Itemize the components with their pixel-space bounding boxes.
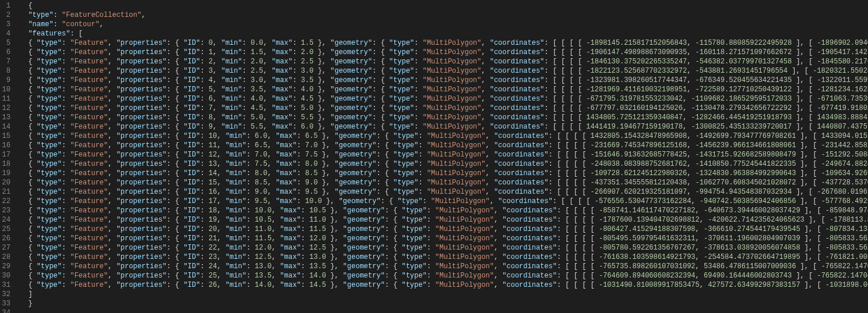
code-line[interactable]: { "type": "Feature", "properties": { "ID… (20, 57, 868, 66)
line-number: 29 (0, 262, 10, 271)
line-number: 5 (0, 38, 10, 48)
code-line[interactable]: "features": [ (20, 29, 868, 38)
code-line[interactable]: { "type": "Feature", "properties": { "ID… (20, 169, 868, 178)
code-line[interactable]: { "type": "Feature", "properties": { "ID… (20, 85, 868, 94)
code-line[interactable]: { "type": "Feature", "properties": { "ID… (20, 280, 868, 290)
code-area[interactable]: { "type": "FeatureCollection", "name": "… (16, 0, 868, 313)
line-number: 22 (0, 197, 10, 206)
code-line[interactable]: { "type": "Feature", "properties": { "ID… (20, 262, 868, 271)
line-number: 13 (0, 113, 10, 122)
code-line[interactable]: { "type": "Feature", "properties": { "ID… (20, 252, 868, 262)
code-line[interactable]: { "type": "Feature", "properties": { "ID… (20, 131, 868, 141)
line-number: 30 (0, 271, 10, 280)
code-line[interactable]: { "type": "Feature", "properties": { "ID… (20, 94, 868, 104)
code-line[interactable]: { "type": "Feature", "properties": { "ID… (20, 141, 868, 150)
code-line[interactable]: { "type": "Feature", "properties": { "ID… (20, 234, 868, 243)
code-line[interactable]: ] (20, 290, 868, 299)
line-number: 28 (0, 252, 10, 262)
code-line[interactable]: { "type": "Feature", "properties": { "ID… (20, 187, 868, 197)
line-number: 27 (0, 243, 10, 252)
code-line[interactable] (20, 308, 868, 313)
line-number: 18 (0, 159, 10, 169)
code-line[interactable]: } (20, 299, 868, 308)
line-number: 17 (0, 150, 10, 159)
code-line[interactable]: { "type": "Feature", "properties": { "ID… (20, 243, 868, 252)
code-line[interactable]: "type": "FeatureCollection", (20, 10, 868, 20)
code-line[interactable]: { "type": "Feature", "properties": { "ID… (20, 271, 868, 280)
code-line[interactable]: { "type": "Feature", "properties": { "ID… (20, 48, 868, 57)
code-line[interactable]: { "type": "Feature", "properties": { "ID… (20, 113, 868, 122)
line-number: 23 (0, 206, 10, 215)
line-number: 4 (0, 29, 10, 38)
code-line[interactable]: { "type": "Feature", "properties": { "ID… (20, 104, 868, 113)
code-line[interactable]: { "type": "Feature", "properties": { "ID… (20, 197, 868, 206)
code-line[interactable]: { "type": "Feature", "properties": { "ID… (20, 215, 868, 225)
line-number: 19 (0, 169, 10, 178)
line-number: 32 (0, 290, 10, 299)
code-line[interactable]: { "type": "Feature", "properties": { "ID… (20, 178, 868, 187)
line-number: 1 (0, 1, 10, 10)
line-number: 25 (0, 225, 10, 234)
code-line[interactable]: { "type": "Feature", "properties": { "ID… (20, 150, 868, 159)
line-number: 15 (0, 131, 10, 141)
line-number: 12 (0, 104, 10, 113)
code-editor[interactable]: 1234567891011121314151617181920212223242… (0, 0, 868, 313)
line-number: 21 (0, 187, 10, 197)
line-number: 24 (0, 215, 10, 225)
line-number: 2 (0, 10, 10, 20)
line-number: 3 (0, 20, 10, 29)
code-line[interactable]: { (20, 1, 868, 10)
gutter: 1234567891011121314151617181920212223242… (0, 0, 16, 313)
code-line[interactable]: { "type": "Feature", "properties": { "ID… (20, 225, 868, 234)
line-number: 11 (0, 94, 10, 104)
code-line[interactable]: { "type": "Feature", "properties": { "ID… (20, 66, 868, 76)
line-number: 34 (0, 308, 10, 313)
line-number: 26 (0, 234, 10, 243)
code-line[interactable]: { "type": "Feature", "properties": { "ID… (20, 122, 868, 131)
code-line[interactable]: { "type": "Feature", "properties": { "ID… (20, 38, 868, 48)
line-number: 31 (0, 280, 10, 290)
line-number: 10 (0, 85, 10, 94)
code-line[interactable]: "name": "contour", (20, 20, 868, 29)
line-number: 16 (0, 141, 10, 150)
line-number: 33 (0, 299, 10, 308)
line-number: 6 (0, 48, 10, 57)
line-number: 8 (0, 66, 10, 76)
line-number: 9 (0, 76, 10, 85)
line-number: 14 (0, 122, 10, 131)
code-line[interactable]: { "type": "Feature", "properties": { "ID… (20, 76, 868, 85)
code-line[interactable]: { "type": "Feature", "properties": { "ID… (20, 159, 868, 169)
line-number: 7 (0, 57, 10, 66)
line-number: 20 (0, 178, 10, 187)
code-line[interactable]: { "type": "Feature", "properties": { "ID… (20, 206, 868, 215)
